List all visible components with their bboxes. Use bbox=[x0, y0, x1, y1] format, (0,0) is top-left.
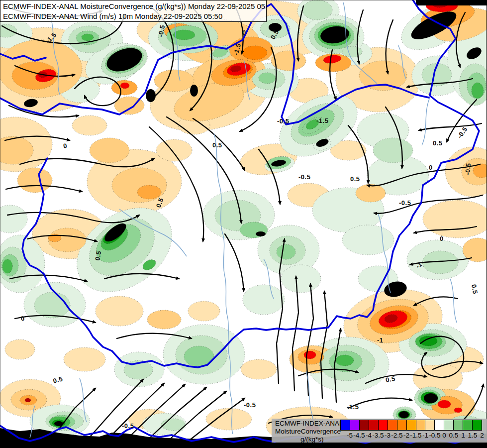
legend-tick-label: -0.5 bbox=[429, 432, 440, 439]
contour-label: 0 bbox=[440, 235, 444, 242]
contour-label: -0.5 bbox=[399, 199, 411, 207]
contour-label: -1 bbox=[377, 336, 384, 344]
legend-swatch bbox=[434, 420, 444, 431]
legend-colorbar bbox=[340, 420, 482, 431]
legend-tick-label: -1 bbox=[422, 432, 428, 439]
legend-tick-label: -2.5 bbox=[391, 432, 402, 439]
contour-label: -0.5 bbox=[122, 422, 134, 430]
legend-swatch bbox=[472, 420, 482, 431]
legend-swatch bbox=[378, 420, 388, 431]
legend-swatch bbox=[416, 420, 426, 431]
legend-swatch bbox=[369, 420, 379, 431]
contour-label: 0 bbox=[242, 29, 246, 36]
legend-swatch bbox=[388, 420, 397, 431]
contour-label: 0 bbox=[429, 164, 433, 171]
title-box: ECMWF-INDEX-ANAL MoistureConvergence (g/… bbox=[0, 0, 267, 22]
legend-tick-label: 2 bbox=[480, 432, 484, 439]
weather-map: -0.5-1.50.5-0.50.500.5-1.5-0.50-1.50.500… bbox=[0, 0, 487, 448]
legend-unit: g/(kg*s) bbox=[300, 436, 324, 443]
legend-tick-label: -1.5 bbox=[410, 432, 421, 439]
legend-swatch bbox=[453, 420, 463, 431]
legend-tick-label: -3 bbox=[385, 432, 390, 439]
legend-tick-label: 1.5 bbox=[468, 432, 478, 439]
contour-label: 0.5 bbox=[433, 139, 443, 147]
contour-label: -1.5 bbox=[316, 117, 328, 124]
legend-swatch bbox=[350, 420, 360, 431]
legend-swatch bbox=[406, 420, 416, 431]
legend: ECMWF-INDEX-ANAL MoistureConvergence g/(… bbox=[272, 419, 487, 443]
legend-tick-label: 0 bbox=[442, 432, 446, 439]
contour-label: -0.5 bbox=[298, 173, 310, 181]
legend-swatch bbox=[444, 420, 454, 431]
legend-tick-label: 1 bbox=[461, 432, 465, 439]
legend-tick-label: -4.5 bbox=[353, 432, 365, 439]
legend-source: ECMWF-INDEX-ANAL bbox=[275, 420, 343, 427]
legend-tick-label: -2 bbox=[403, 432, 409, 439]
legend-tick-label: -4 bbox=[366, 432, 372, 439]
legend-swatch bbox=[359, 420, 369, 431]
legend-swatch bbox=[425, 420, 435, 431]
legend-tick-label: -5 bbox=[347, 432, 353, 439]
contour-label: -0.5 bbox=[244, 401, 256, 409]
legend-swatch bbox=[397, 420, 407, 431]
legend-parameter: MoistureConvergence bbox=[275, 428, 341, 435]
legend-tick-label: -3.5 bbox=[372, 432, 384, 439]
weather-map-page: -0.5-1.50.5-0.50.500.5-1.5-0.50-1.50.500… bbox=[0, 0, 487, 448]
contour-label: 0.5 bbox=[350, 175, 360, 183]
title-line-wind: ECMWF-INDEX-ANAL Wind (m/s) 10m Monday 2… bbox=[3, 11, 266, 21]
title-line-moisture: ECMWF-INDEX-ANAL MoistureConvergence (g/… bbox=[3, 1, 266, 11]
contour-label: 0.5 bbox=[212, 141, 222, 149]
legend-swatch bbox=[463, 420, 473, 431]
contour-label: -0.5 bbox=[277, 117, 289, 125]
legend-swatch bbox=[340, 420, 350, 431]
contour-label: -1.5 bbox=[347, 403, 359, 411]
contour-label: -0.5 bbox=[464, 163, 472, 176]
legend-tick-label: 0.5 bbox=[449, 432, 459, 439]
